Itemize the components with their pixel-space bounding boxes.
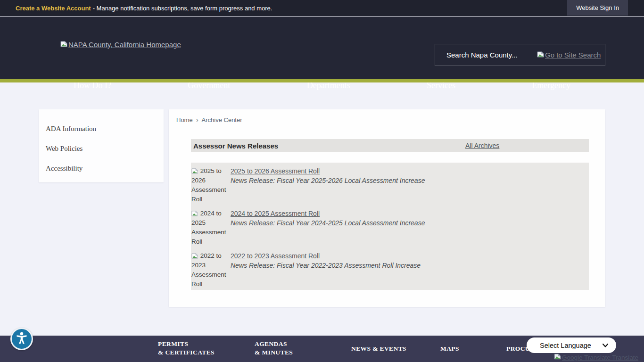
site-footer: PERMITS & CERTIFICATES AGENDAS & MINUTES…: [0, 336, 644, 362]
archive-title: Assessor News Releases: [191, 142, 278, 150]
broken-image-icon: [191, 252, 200, 259]
breadcrumb-home-link[interactable]: Home: [176, 116, 193, 123]
footer-link-line: & CERTIFICATES: [158, 348, 215, 357]
search-input[interactable]: [435, 51, 529, 59]
archive-row: 2025 to 2026 Assessment Roll 2025 to 202…: [191, 163, 589, 205]
breadcrumb-current: Archive Center: [202, 116, 242, 123]
website-signin-button[interactable]: Website Sign In: [567, 0, 628, 16]
main-content-card: Home › Archive Center Assessor News Rele…: [169, 109, 605, 307]
accent-divider: [0, 79, 644, 82]
archive-item-link[interactable]: 2024 to 2025 Assessment Roll: [231, 209, 320, 218]
broken-image-icon: [191, 167, 200, 174]
archive-thumb[interactable]: 2022 to 2023 Assessment Roll: [191, 251, 231, 290]
sidebar-item-accessibility[interactable]: Accessibility: [39, 158, 164, 178]
footer-permits-certificates[interactable]: PERMITS & CERTIFICATES: [158, 340, 215, 357]
archive-item-desc: News Release: Fiscal Year 2025-2026 Loca…: [231, 176, 589, 185]
homepage-logo-link[interactable]: NAPA County, California Homepage: [60, 41, 181, 49]
sidebar-item-ada-information[interactable]: ADA Information: [39, 119, 164, 139]
broken-image-icon: [537, 51, 544, 59]
footer-maps[interactable]: MAPS: [440, 345, 459, 353]
create-account-link[interactable]: Create a Website Account: [16, 5, 91, 12]
language-select[interactable]: Select Language: [527, 337, 616, 353]
archive-thumb[interactable]: 2025 to 2026 Assessment Roll: [191, 166, 231, 205]
breadcrumb-separator: ›: [196, 116, 198, 123]
google-translate-link[interactable]: Google Translate Translate: [554, 354, 638, 361]
archive-item-link[interactable]: 2022 to 2023 Assessment Roll: [231, 251, 320, 261]
footer-link-line: & MINUTES: [255, 348, 293, 357]
archive-thumb[interactable]: 2024 to 2025 Assessment Roll: [191, 209, 231, 247]
go-to-site-search-link[interactable]: Go to Site Search: [537, 51, 601, 59]
site-header: NAPA County, California Homepage Go to S…: [0, 17, 644, 79]
main-nav: How Do I? Government Departments Service…: [61, 74, 583, 96]
footer-agendas-minutes[interactable]: AGENDAS & MINUTES: [255, 340, 293, 357]
footer-link-line: PERMITS: [158, 340, 215, 348]
top-bar: Create a Website Account - Manage notifi…: [0, 0, 644, 16]
broken-image-icon: [191, 210, 200, 217]
logo-alt-text: NAPA County, California Homepage: [68, 41, 181, 49]
archive-item-desc: News Release: Fiscal Year 2022-2023 Asse…: [231, 261, 589, 270]
broken-image-icon: [554, 354, 561, 361]
accessibility-widget-button[interactable]: [10, 328, 33, 350]
accessibility-person-icon: [14, 330, 30, 348]
language-select-label: Select Language: [540, 342, 591, 349]
breadcrumb: Home › Archive Center: [176, 116, 242, 123]
footer-news-events[interactable]: NEWS & EVENTS: [351, 345, 406, 353]
translate-alt-text: Google Translate Translate: [562, 354, 638, 361]
left-sidebar: ADA Information Web Policies Accessibili…: [39, 109, 164, 182]
account-tagline: - Manage notification subscriptions, sav…: [93, 5, 272, 12]
archive-item-body: 2025 to 2026 Assessment Roll News Releas…: [231, 166, 589, 205]
archive-item-link[interactable]: 2025 to 2026 Assessment Roll: [231, 166, 320, 176]
archive-header-bar: Assessor News Releases All Archives: [191, 139, 589, 152]
archive-list: 2025 to 2026 Assessment Roll 2025 to 202…: [191, 163, 589, 290]
archive-row: 2024 to 2025 Assessment Roll 2024 to 202…: [191, 205, 589, 247]
archive-row: 2022 to 2023 Assessment Roll 2022 to 202…: [191, 247, 589, 290]
site-search-label: Go to Site Search: [545, 51, 601, 59]
archive-item-body: 2024 to 2025 Assessment Roll News Releas…: [231, 209, 589, 247]
archive-item-body: 2022 to 2023 Assessment Roll News Releas…: [231, 251, 589, 290]
chevron-down-icon: [602, 341, 609, 350]
site-search-box: Go to Site Search: [435, 44, 605, 66]
sidebar-item-web-policies[interactable]: Web Policies: [39, 139, 164, 158]
footer-link-line: AGENDAS: [255, 340, 293, 348]
broken-image-icon: [60, 41, 67, 49]
all-archives-link[interactable]: All Archives: [465, 142, 499, 149]
archive-item-desc: News Release: Fiscal Year 2024-2025 Loca…: [231, 218, 589, 228]
